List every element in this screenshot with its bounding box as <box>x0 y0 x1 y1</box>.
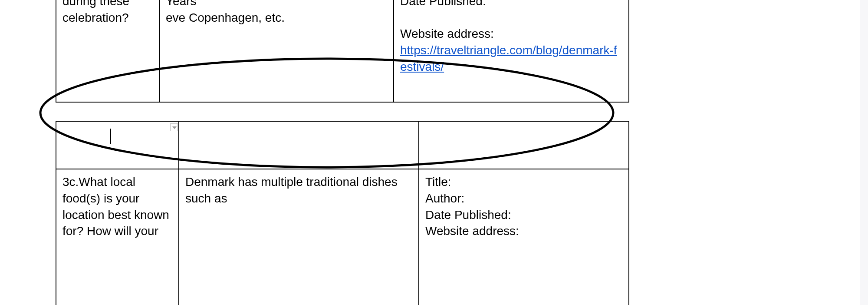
text-line: eve Copenhagen, etc. <box>166 10 387 26</box>
source-website-label: Website address: <box>425 223 622 239</box>
header-cell-3[interactable] <box>419 121 629 169</box>
cell-source[interactable]: Author: Nandan Nilekani Date Published: … <box>394 0 629 102</box>
table-cell-dropdown[interactable] <box>170 123 178 131</box>
text-line: during these <box>62 0 153 10</box>
text-line: Denmark has multiple traditional dishes <box>185 174 412 190</box>
header-cell-2[interactable] <box>179 121 419 169</box>
cell-answer[interactable]: odense, Aarhus Food Festival, New Years … <box>159 0 394 102</box>
text-cursor <box>110 129 111 144</box>
table-header-row[interactable] <box>56 121 629 169</box>
source-date-line: Date Published: <box>400 0 622 10</box>
text-line: for? How will your <box>62 223 172 239</box>
table-row[interactable]: do locals do during these celebration? o… <box>56 0 629 102</box>
right-margin-strip <box>860 0 868 305</box>
text-line: food(s) is your <box>62 190 172 207</box>
text-line: 3c.What local <box>62 174 172 190</box>
text-line: such as <box>185 190 412 207</box>
cell-question[interactable]: do locals do during these celebration? <box>56 0 159 102</box>
table-1[interactable]: do locals do during these celebration? o… <box>56 0 629 103</box>
text-line: odense, Aarhus Food Festival, New Years <box>166 0 387 10</box>
table-row[interactable]: 3c.What local food(s) is your location b… <box>56 169 629 305</box>
source-author-line: Author: <box>425 190 622 207</box>
chevron-down-icon <box>171 124 178 132</box>
source-website-label: Website address: <box>400 26 622 42</box>
svg-marker-0 <box>172 126 177 129</box>
source-title-line: Title: <box>425 174 622 190</box>
cell-answer[interactable]: Denmark has multiple traditional dishes … <box>179 169 419 305</box>
cell-source[interactable]: Title: Author: Date Published: Website a… <box>419 169 629 305</box>
blank-line <box>400 10 622 26</box>
source-link[interactable]: https://traveltriangle.com/blog/denmark-… <box>400 43 617 73</box>
header-cell-1[interactable] <box>56 121 179 169</box>
text-line: location best known <box>62 207 172 223</box>
text-line: celebration? <box>62 10 153 26</box>
cell-question[interactable]: 3c.What local food(s) is your location b… <box>56 169 179 305</box>
table-2[interactable]: 3c.What local food(s) is your location b… <box>56 121 629 305</box>
source-date-line: Date Published: <box>425 207 622 223</box>
document-page[interactable]: do locals do during these celebration? o… <box>0 0 860 305</box>
